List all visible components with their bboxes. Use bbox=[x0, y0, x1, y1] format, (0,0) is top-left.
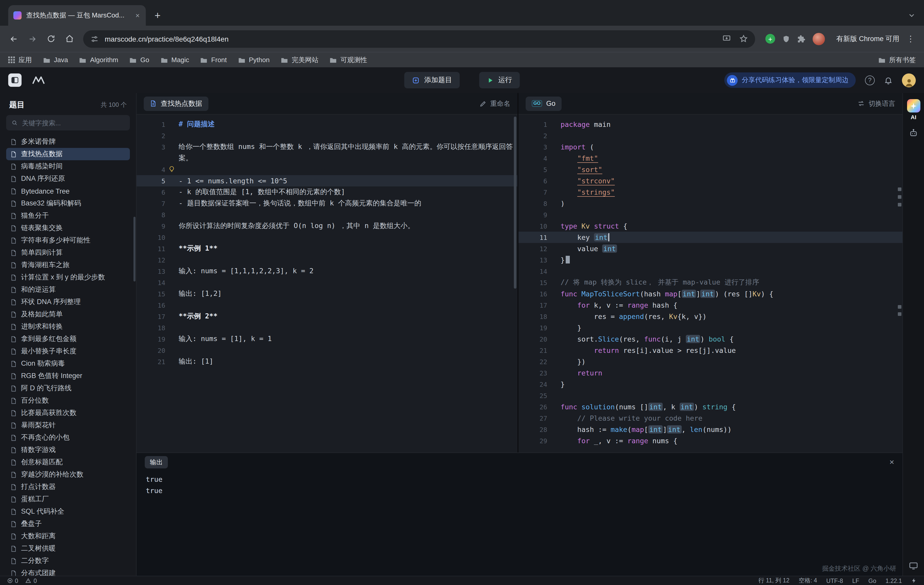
editor-line[interactable]: 26func solution(nums []int, k int) strin… bbox=[518, 401, 903, 412]
editor-line[interactable]: 6 "strconv" bbox=[518, 175, 903, 187]
editor-line[interactable]: 9你所设计算法的时间复杂度必须优于 O(n log n) ，其中 n 是数组大小… bbox=[137, 220, 517, 231]
editor-line[interactable]: 1# 问题描述 bbox=[137, 119, 517, 130]
editor-line[interactable]: 3import ( bbox=[518, 141, 903, 152]
editor-line[interactable]: 24} bbox=[518, 378, 903, 390]
sidebar-item-problem[interactable]: 环状 DNA 序列整理 bbox=[6, 296, 130, 308]
feedback-icon[interactable] bbox=[911, 578, 917, 583]
editor-line[interactable]: 21 return res[i].value > res[j].value bbox=[518, 345, 903, 356]
notifications-bell-icon[interactable] bbox=[884, 76, 893, 84]
editor-line[interactable]: 19 } bbox=[518, 322, 903, 333]
sidebar-item-problem[interactable]: Bytedance Tree bbox=[6, 185, 130, 197]
share-banner-button[interactable]: 分享代码练习体验，领限量定制周边 bbox=[724, 73, 856, 88]
sidebar-item-problem[interactable]: 字符串有多少种可能性 bbox=[6, 234, 130, 246]
editor-line[interactable]: 15输出: [1,2] bbox=[137, 288, 517, 299]
editor-line[interactable]: 11**示例 1** bbox=[137, 243, 517, 254]
editor-line[interactable]: 28 hash := make(map[int]int, len(nums)) bbox=[518, 424, 903, 435]
bookmark-folder[interactable]: 完美网站 bbox=[281, 55, 318, 64]
indent-setting[interactable]: 空格: 4 bbox=[799, 577, 817, 585]
sidebar-item-problem[interactable]: 创意标题匹配 bbox=[6, 456, 130, 468]
editor-line[interactable]: 13} bbox=[518, 254, 903, 266]
sidebar-item-problem[interactable]: SQL 代码补全 bbox=[6, 506, 130, 518]
problem-scrollbar[interactable] bbox=[514, 117, 516, 289]
sidebar-item-problem[interactable]: 青海湖租车之旅 bbox=[6, 259, 130, 271]
sidebar-item-problem[interactable]: 大数和距离 bbox=[6, 530, 130, 542]
help-icon[interactable]: ? bbox=[865, 75, 875, 85]
sidebar-item-problem[interactable]: 二叉树供暖 bbox=[6, 542, 130, 555]
sidebar-item-problem[interactable]: 猜数字游戏 bbox=[6, 444, 130, 456]
editor-line[interactable]: 20 sort.Slice(res, func(i, j int) bool { bbox=[518, 333, 903, 345]
extension-shield-icon[interactable] bbox=[782, 35, 790, 43]
editor-line[interactable]: 17 for k, v := range hash { bbox=[518, 299, 903, 311]
sidebar-item-problem[interactable]: 计算位置 x 到 y 的最少步数 bbox=[6, 271, 130, 284]
editor-line[interactable]: 14 bbox=[137, 277, 517, 288]
browser-menu-icon[interactable]: ⋮ bbox=[906, 34, 919, 44]
screen-monitor-icon[interactable] bbox=[909, 561, 918, 571]
output-close-icon[interactable]: × bbox=[889, 458, 894, 467]
sidebar-item-problem[interactable]: 猫鱼分干 bbox=[6, 210, 130, 222]
bookmark-folder[interactable]: Go bbox=[130, 56, 149, 64]
browser-tab[interactable]: 查找热点数据 — 豆包 MarsCod... × bbox=[8, 5, 146, 26]
sidebar-item-problem[interactable]: 蛋糕工厂 bbox=[6, 493, 130, 506]
editor-line[interactable]: 16 bbox=[137, 299, 517, 311]
output-tab[interactable]: 输出 bbox=[145, 456, 168, 468]
editor-line[interactable]: 12 bbox=[137, 254, 517, 266]
editor-line[interactable]: 19输入: nums = [1], k = 1 bbox=[137, 333, 517, 345]
sidebar-item-problem[interactable]: 分布式团建 bbox=[6, 567, 130, 576]
cursor-position[interactable]: 行 11, 列 12 bbox=[759, 577, 790, 585]
tab-search-icon[interactable] bbox=[908, 11, 916, 20]
forward-button[interactable] bbox=[24, 30, 41, 48]
user-avatar[interactable] bbox=[902, 73, 916, 87]
marscode-logo-icon[interactable] bbox=[32, 76, 45, 85]
extension-adblock-icon[interactable]: + bbox=[766, 34, 775, 44]
encoding[interactable]: UTF-8 bbox=[826, 578, 843, 584]
sidebar-item-problem[interactable]: 链表聚集交换 bbox=[6, 222, 130, 234]
editor-line[interactable]: 5 "sort" bbox=[518, 164, 903, 175]
editor-line[interactable]: 13输入: nums = [1,1,1,2,2,3], k = 2 bbox=[137, 266, 517, 277]
sidebar-item-problem[interactable]: 不再贪心的小包 bbox=[6, 431, 130, 444]
editor-line[interactable]: 22 }) bbox=[518, 356, 903, 367]
editor-line[interactable]: 2 bbox=[137, 130, 517, 141]
sidebar-item-problem[interactable]: DNA 序列还原 bbox=[6, 173, 130, 185]
editor-line[interactable]: 14 bbox=[518, 266, 903, 277]
sidebar-item-problem[interactable]: 叠盘子 bbox=[6, 518, 130, 530]
sidebar-item-problem[interactable]: 简单四则计算 bbox=[6, 246, 130, 259]
ai-assistant-button[interactable]: AI bbox=[907, 99, 920, 120]
bookmark-folder[interactable]: 可观测性 bbox=[330, 55, 367, 64]
sidebar-item-problem[interactable]: RGB 色值转 Integer bbox=[6, 370, 130, 382]
go-version[interactable]: 1.22.1 bbox=[886, 578, 902, 584]
install-app-icon[interactable] bbox=[722, 35, 731, 43]
editor-line[interactable]: 8 bbox=[137, 209, 517, 220]
sidebar-item-problem[interactable]: 及格如此简单 bbox=[6, 308, 130, 321]
reload-button[interactable] bbox=[42, 30, 59, 48]
problem-tab[interactable]: 查找热点数据 bbox=[144, 96, 208, 111]
tab-close-icon[interactable]: × bbox=[134, 11, 141, 20]
all-bookmarks-button[interactable]: 所有书签 bbox=[878, 55, 916, 64]
editor-line[interactable]: 15// 将 map 转换为 slice， 并基于 map-value 进行了排… bbox=[518, 277, 903, 288]
editor-line[interactable]: 4 bbox=[137, 164, 517, 175]
editor-line[interactable]: 10 bbox=[137, 231, 517, 243]
sidebar-item-problem[interactable]: 阿 D 的飞行路线 bbox=[6, 382, 130, 395]
search-input[interactable] bbox=[22, 119, 125, 127]
errors-indicator[interactable]: 0 bbox=[7, 578, 18, 584]
editor-line[interactable]: 10type Kv struct { bbox=[518, 220, 903, 231]
add-problem-button[interactable]: 添加题目 bbox=[404, 72, 460, 88]
sidebar-toggle-button[interactable] bbox=[8, 73, 21, 87]
search-box[interactable] bbox=[6, 115, 130, 131]
site-settings-icon[interactable] bbox=[90, 35, 99, 43]
sidebar-item-problem[interactable]: 比赛最高获胜次数 bbox=[6, 407, 130, 419]
editor-line[interactable]: 16func MapToSliceSort(hash map[int]int) … bbox=[518, 288, 903, 299]
editor-line[interactable]: 7 "strings" bbox=[518, 187, 903, 198]
editor-line[interactable]: 23 return bbox=[518, 367, 903, 378]
editor-line[interactable]: 21输出: [1] bbox=[137, 356, 517, 367]
bookmark-folder[interactable]: Java bbox=[43, 56, 68, 64]
sidebar-scrollbar[interactable] bbox=[134, 217, 135, 281]
editor-line[interactable]: 4 "fmt" bbox=[518, 152, 903, 164]
home-button[interactable] bbox=[61, 30, 78, 48]
switch-language-button[interactable]: 切换语言 bbox=[857, 99, 895, 108]
sidebar-item-problem[interactable]: 二分数字 bbox=[6, 555, 130, 567]
back-button[interactable] bbox=[5, 30, 23, 48]
sidebar-item-problem[interactable]: 最小替换子串长度 bbox=[6, 345, 130, 357]
editor-line[interactable]: 3给你一个整数数组 nums 和一个整数 k ，请你返回其中出现频率前 k 高的… bbox=[137, 141, 517, 152]
sidebar-item-problem[interactable]: 和的逆运算 bbox=[6, 284, 130, 296]
sidebar-item-problem[interactable]: 进制求和转换 bbox=[6, 321, 130, 333]
